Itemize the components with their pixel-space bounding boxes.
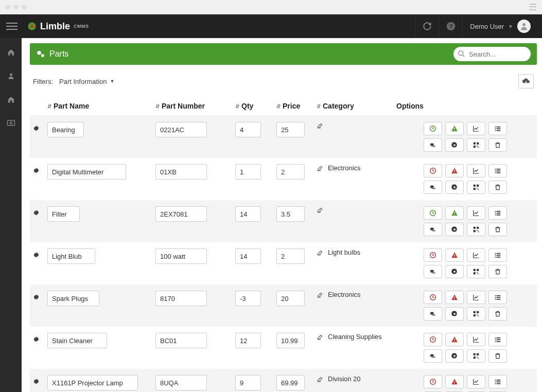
price-input[interactable] (276, 164, 305, 180)
row-config-icon[interactable] (33, 206, 47, 216)
part-name-input[interactable] (47, 248, 95, 264)
qty-input[interactable] (235, 122, 261, 137)
part-number-input[interactable] (155, 164, 207, 180)
alert-icon-button[interactable] (445, 164, 464, 177)
alert-icon-button[interactable] (445, 333, 464, 346)
sidebar-item-payments[interactable] (0, 116, 22, 130)
alert-icon-button[interactable] (445, 122, 464, 135)
qr-icon-button[interactable] (467, 138, 485, 152)
alert-icon-button[interactable] (445, 206, 464, 220)
price-input[interactable] (276, 333, 305, 348)
chart-icon-button[interactable] (467, 122, 485, 135)
clock-icon-button[interactable] (424, 333, 442, 346)
qr-icon-button[interactable] (467, 223, 485, 236)
coins-icon-button[interactable] (424, 349, 442, 363)
coins-icon-button[interactable] (424, 307, 442, 320)
part-number-input[interactable] (155, 248, 207, 264)
row-config-icon[interactable] (33, 291, 47, 300)
filter-dropdown[interactable]: Part Information ▼ (59, 78, 114, 85)
edit-category-button[interactable] (317, 206, 324, 213)
list-icon-button[interactable] (488, 375, 507, 388)
clock-icon-button[interactable] (424, 164, 442, 177)
col-part-name[interactable]: ⇵ Part Name (47, 102, 155, 110)
qty-input[interactable] (235, 333, 261, 348)
list-icon-button[interactable] (488, 291, 507, 304)
list-icon-button[interactable] (488, 333, 507, 346)
edit-category-button[interactable] (317, 291, 324, 298)
part-name-input[interactable] (47, 206, 80, 222)
settings-icon-button[interactable] (445, 138, 464, 152)
row-config-icon[interactable] (33, 122, 47, 132)
part-name-input[interactable] (47, 333, 107, 348)
col-category[interactable]: ⇵ Category (317, 102, 396, 110)
brand[interactable]: Limble CMMS (27, 21, 89, 32)
part-name-input[interactable] (47, 122, 84, 137)
row-config-icon[interactable] (33, 164, 47, 174)
qr-icon-button[interactable] (467, 349, 485, 363)
part-number-input[interactable] (155, 291, 207, 306)
row-config-icon[interactable] (33, 375, 47, 385)
coins-icon-button[interactable] (424, 181, 442, 194)
chart-icon-button[interactable] (467, 248, 485, 262)
chart-icon-button[interactable] (467, 291, 485, 304)
chart-icon-button[interactable] (467, 375, 485, 388)
list-icon-button[interactable] (488, 248, 507, 262)
edit-category-button[interactable] (317, 249, 324, 256)
qr-icon-button[interactable] (467, 181, 485, 194)
sidebar-item-home[interactable] (0, 45, 22, 59)
clock-icon-button[interactable] (424, 375, 442, 388)
col-price[interactable]: ⇵ Price (276, 102, 317, 110)
sidebar-item-home-2[interactable] (0, 93, 22, 106)
settings-icon-button[interactable] (445, 223, 464, 236)
list-icon-button[interactable] (488, 122, 507, 135)
delete-icon-button[interactable] (488, 265, 507, 278)
delete-icon-button[interactable] (488, 138, 507, 152)
price-input[interactable] (276, 122, 305, 137)
help-button[interactable]: ? (439, 14, 462, 38)
settings-icon-button[interactable] (445, 307, 464, 320)
col-qty[interactable]: ⇵ Qty (235, 102, 276, 110)
settings-icon-button[interactable] (445, 181, 464, 194)
row-config-icon[interactable] (33, 333, 47, 343)
chart-icon-button[interactable] (467, 206, 485, 220)
qty-input[interactable] (235, 248, 261, 264)
edit-category-button[interactable] (317, 165, 324, 172)
menu-toggle[interactable] (6, 23, 18, 30)
list-icon-button[interactable] (488, 206, 507, 220)
delete-icon-button[interactable] (488, 349, 507, 363)
edit-category-button[interactable] (317, 333, 324, 341)
qr-icon-button[interactable] (467, 265, 485, 278)
edit-category-button[interactable] (317, 122, 324, 129)
user-menu[interactable]: Demo User ▼ (462, 14, 536, 38)
qr-icon-button[interactable] (467, 307, 485, 320)
price-input[interactable] (276, 206, 305, 222)
part-number-input[interactable] (155, 333, 207, 348)
qty-input[interactable] (235, 291, 261, 306)
price-input[interactable] (276, 291, 305, 306)
sidebar-item-users[interactable] (0, 69, 22, 82)
clock-icon-button[interactable] (424, 248, 442, 262)
price-input[interactable] (276, 248, 305, 264)
download-button[interactable] (518, 74, 534, 88)
clock-icon-button[interactable] (424, 206, 442, 220)
coins-icon-button[interactable] (424, 138, 442, 152)
refresh-button[interactable] (415, 14, 439, 38)
coins-icon-button[interactable] (424, 223, 442, 236)
part-name-input[interactable] (47, 164, 126, 180)
row-config-icon[interactable] (33, 248, 47, 258)
price-input[interactable] (276, 375, 305, 390)
col-part-number[interactable]: ⇵ Part Number (155, 102, 235, 110)
chart-icon-button[interactable] (467, 333, 485, 346)
clock-icon-button[interactable] (424, 122, 442, 135)
edit-category-button[interactable] (317, 376, 324, 383)
window-menu-icon[interactable]: ☰ (529, 3, 537, 12)
part-number-input[interactable] (155, 206, 207, 222)
alert-icon-button[interactable] (445, 375, 464, 388)
part-name-input[interactable] (47, 375, 138, 390)
delete-icon-button[interactable] (488, 181, 507, 194)
alert-icon-button[interactable] (445, 248, 464, 262)
delete-icon-button[interactable] (488, 223, 507, 236)
settings-icon-button[interactable] (445, 265, 464, 278)
settings-icon-button[interactable] (445, 349, 464, 363)
alert-icon-button[interactable] (445, 291, 464, 304)
